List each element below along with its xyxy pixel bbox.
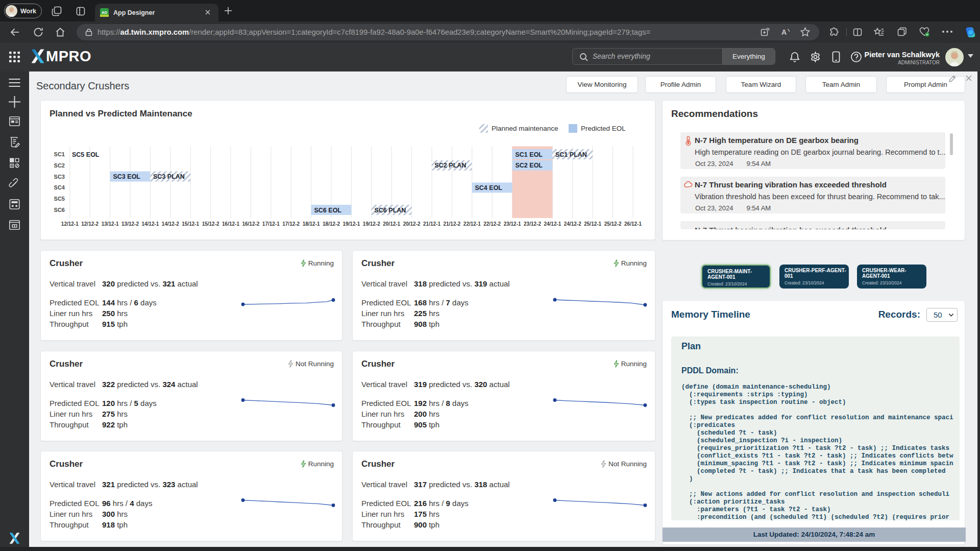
svg-text:18/12-2: 18/12-2 (323, 221, 340, 227)
svg-text:18/12-1: 18/12-1 (303, 221, 320, 227)
svg-text:22/12-1: 22/12-1 (463, 221, 481, 227)
svg-text:SC6 EOL: SC6 EOL (314, 207, 342, 214)
svg-text:16/12-1: 16/12-1 (222, 221, 239, 227)
svg-text:23/12-1: 23/12-1 (504, 221, 521, 227)
svg-text:SC4 EOL: SC4 EOL (475, 184, 503, 191)
svg-text:13/12-1: 13/12-1 (102, 221, 119, 227)
svg-text:21/12-2: 21/12-2 (443, 221, 460, 227)
svg-text:SC2 EOL: SC2 EOL (516, 162, 543, 169)
svg-text:14/12-1: 14/12-1 (141, 221, 159, 227)
svg-text:16/12-2: 16/12-2 (242, 221, 259, 227)
svg-text:14/12-2: 14/12-2 (162, 221, 179, 227)
svg-text:15/12-2: 15/12-2 (202, 221, 219, 227)
svg-text:13/12-2: 13/12-2 (121, 221, 139, 227)
svg-text:21/12-1: 21/12-1 (423, 221, 440, 227)
svg-text:A: A (781, 28, 787, 36)
svg-text:19/12-1: 19/12-1 (342, 221, 360, 227)
svg-text:22/12-2: 22/12-2 (483, 221, 501, 227)
svg-text:25/12-2: 25/12-2 (604, 221, 622, 227)
svg-text:SC1 EOL: SC1 EOL (516, 151, 543, 158)
svg-text:24/12-1: 24/12-1 (544, 221, 561, 227)
svg-text:SC2 PLAN: SC2 PLAN (435, 162, 467, 169)
svg-text:SC3 PLAN: SC3 PLAN (153, 173, 185, 180)
svg-text:12/12-1: 12/12-1 (61, 221, 79, 227)
svg-text:17/12-2: 17/12-2 (282, 221, 300, 227)
svg-text:23/12-2: 23/12-2 (524, 221, 541, 227)
svg-text:AD: AD (102, 10, 108, 15)
svg-text:Predicted EOL: Predicted EOL (581, 125, 626, 132)
svg-text:SC1 PLAN: SC1 PLAN (555, 151, 587, 158)
svg-text:26/12-1: 26/12-1 (624, 221, 642, 227)
svg-text:20/12-1: 20/12-1 (383, 221, 400, 227)
svg-text:19/12-2: 19/12-2 (363, 221, 380, 227)
svg-text:20/12-2: 20/12-2 (403, 221, 421, 227)
svg-text:25/12-1: 25/12-1 (584, 221, 601, 227)
svg-text:SC3 EOL: SC3 EOL (113, 173, 141, 180)
svg-text:17/12-1: 17/12-1 (262, 221, 280, 227)
svg-text:SC6 PLAN: SC6 PLAN (375, 207, 406, 214)
svg-text:Planned maintenance: Planned maintenance (492, 125, 558, 132)
svg-text:24/12-2: 24/12-2 (564, 221, 581, 227)
svg-text:SC5 EOL: SC5 EOL (72, 151, 100, 158)
svg-text:SC2: SC2 (54, 162, 65, 169)
svg-text:15/12-1: 15/12-1 (182, 221, 199, 227)
svg-text:12/12-2: 12/12-2 (81, 221, 99, 227)
svg-text:SC5: SC5 (54, 196, 65, 202)
svg-text:SC3: SC3 (54, 174, 65, 180)
svg-text:SC6: SC6 (54, 207, 65, 213)
svg-text:SC1: SC1 (54, 151, 65, 157)
svg-text:SC4: SC4 (54, 184, 65, 190)
